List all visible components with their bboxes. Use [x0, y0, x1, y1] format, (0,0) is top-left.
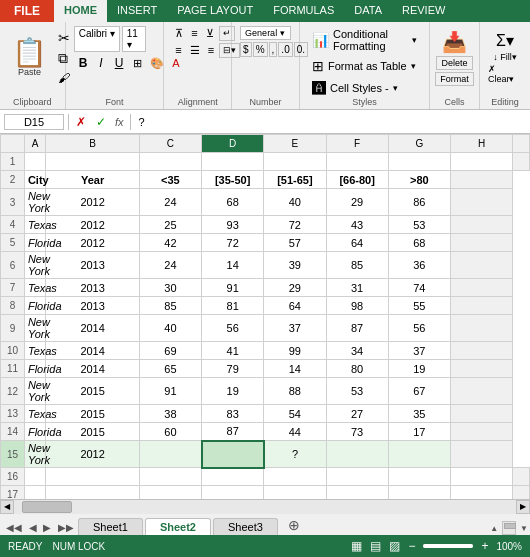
cell[interactable]: [388, 441, 450, 468]
cell[interactable]: <35: [139, 171, 201, 189]
tab-formulas[interactable]: FORMULAS: [263, 0, 344, 22]
scroll-down-btn[interactable]: ▼: [520, 524, 528, 533]
cell-styles-button[interactable]: 🅰 Cell Styles - ▾: [308, 78, 421, 98]
zoom-decrease-btn[interactable]: −: [408, 539, 415, 553]
cell[interactable]: 40: [139, 315, 201, 342]
cell[interactable]: 64: [264, 297, 326, 315]
tab-data[interactable]: DATA: [344, 0, 392, 22]
cell[interactable]: 81: [202, 297, 264, 315]
format-cells-button[interactable]: Format: [435, 72, 474, 86]
cell[interactable]: >80: [388, 171, 450, 189]
cell[interactable]: [46, 153, 139, 171]
view-normal-btn[interactable]: ▦: [351, 539, 362, 553]
cell[interactable]: City: [24, 171, 46, 189]
cell[interactable]: New York: [24, 378, 46, 405]
cell[interactable]: 36: [388, 252, 450, 279]
cell[interactable]: 19: [202, 378, 264, 405]
sheet-nav-left[interactable]: ◀◀: [2, 520, 26, 535]
cell[interactable]: 24: [139, 252, 201, 279]
cell[interactable]: 24: [139, 189, 201, 216]
align-top-button[interactable]: ⊼: [172, 26, 186, 41]
cell[interactable]: 41: [202, 342, 264, 360]
cell[interactable]: 98: [326, 297, 388, 315]
cell[interactable]: 85: [139, 297, 201, 315]
cell[interactable]: 79: [202, 360, 264, 378]
cell[interactable]: [24, 153, 46, 171]
add-sheet-button[interactable]: ⊕: [280, 515, 308, 535]
cell[interactable]: 60: [139, 423, 201, 441]
cell[interactable]: New York: [24, 441, 46, 468]
cell[interactable]: [202, 441, 264, 468]
cell[interactable]: Florida: [24, 360, 46, 378]
cell[interactable]: [66-80]: [326, 171, 388, 189]
cell[interactable]: 67: [388, 378, 450, 405]
cell[interactable]: [139, 153, 201, 171]
cell[interactable]: 44: [264, 423, 326, 441]
h-scrollbar[interactable]: [14, 500, 516, 514]
cell[interactable]: 40: [264, 189, 326, 216]
cell[interactable]: 2014: [46, 342, 139, 360]
conditional-formatting-button[interactable]: 📊 Conditional Formatting ▾: [308, 26, 421, 54]
autosum-button[interactable]: Σ▾: [496, 31, 514, 50]
cell[interactable]: 56: [388, 315, 450, 342]
cell[interactable]: 19: [388, 360, 450, 378]
cell[interactable]: 31: [326, 279, 388, 297]
cell[interactable]: 17: [388, 423, 450, 441]
tab-page-layout[interactable]: PAGE LAYOUT: [167, 0, 263, 22]
cell[interactable]: 2012: [46, 441, 139, 468]
underline-button[interactable]: U: [110, 54, 129, 72]
col-header-e[interactable]: E: [264, 135, 326, 153]
border-button[interactable]: ⊞: [130, 56, 145, 71]
cell[interactable]: 99: [264, 342, 326, 360]
v-scroll-thumb[interactable]: [504, 523, 516, 529]
cell[interactable]: 29: [264, 279, 326, 297]
cell[interactable]: Texas: [24, 216, 46, 234]
tab-sheet3[interactable]: Sheet3: [213, 518, 278, 535]
view-page-break-btn[interactable]: ▨: [389, 539, 400, 553]
cell[interactable]: 30: [139, 279, 201, 297]
cell[interactable]: 64: [326, 234, 388, 252]
clear-button[interactable]: ✗ Clear▾: [488, 64, 522, 84]
cell[interactable]: 37: [264, 315, 326, 342]
align-bottom-button[interactable]: ⊻: [203, 26, 217, 41]
cell[interactable]: 69: [139, 342, 201, 360]
cell[interactable]: 91: [202, 279, 264, 297]
cell[interactable]: [264, 153, 326, 171]
cell[interactable]: [51-65]: [264, 171, 326, 189]
cell[interactable]: 56: [202, 315, 264, 342]
cell[interactable]: Texas: [24, 279, 46, 297]
cell[interactable]: 55: [388, 297, 450, 315]
cell[interactable]: 57: [264, 234, 326, 252]
cell[interactable]: 72: [202, 234, 264, 252]
col-header-g[interactable]: G: [388, 135, 450, 153]
currency-button[interactable]: $: [240, 42, 252, 57]
align-middle-button[interactable]: ≡: [188, 26, 200, 41]
align-left-button[interactable]: ≡: [172, 43, 184, 58]
fill-button[interactable]: ↓ Fill▾: [493, 52, 517, 62]
col-header-d[interactable]: D: [202, 135, 264, 153]
cell[interactable]: 80: [326, 360, 388, 378]
cell[interactable]: 65: [139, 360, 201, 378]
cell[interactable]: 87: [326, 315, 388, 342]
sheet-nav-prev[interactable]: ◀: [26, 520, 40, 535]
cell[interactable]: 37: [388, 342, 450, 360]
tab-insert[interactable]: INSERT: [107, 0, 167, 22]
cell[interactable]: Florida: [24, 297, 46, 315]
view-layout-btn[interactable]: ▤: [370, 539, 381, 553]
cell[interactable]: 25: [139, 216, 201, 234]
cancel-formula-button[interactable]: ✗: [73, 114, 89, 130]
cell[interactable]: New York: [24, 189, 46, 216]
col-header-f[interactable]: F: [326, 135, 388, 153]
paste-button[interactable]: 📋 Paste: [8, 37, 51, 79]
cell[interactable]: 2013: [46, 279, 139, 297]
cell[interactable]: 14: [264, 360, 326, 378]
cell[interactable]: 53: [326, 378, 388, 405]
col-header-h[interactable]: H: [450, 135, 512, 153]
cell[interactable]: 27: [326, 405, 388, 423]
cell[interactable]: [326, 153, 388, 171]
cell[interactable]: 72: [264, 216, 326, 234]
cell[interactable]: 54: [264, 405, 326, 423]
italic-button[interactable]: I: [94, 54, 107, 72]
cell[interactable]: 85: [326, 252, 388, 279]
scroll-left-btn[interactable]: ◀: [0, 500, 14, 514]
